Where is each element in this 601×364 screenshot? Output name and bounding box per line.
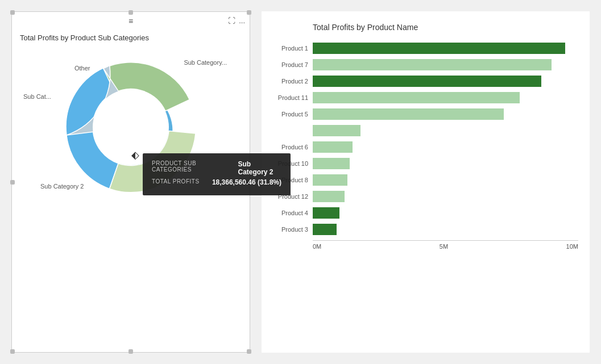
bar-label-product5: Product 5 bbox=[267, 111, 313, 118]
tooltip-label-2: TOTAL PROFITS bbox=[152, 178, 200, 186]
panel-toolbar: ⛶ ... bbox=[228, 16, 245, 25]
resize-handle-t[interactable] bbox=[129, 10, 133, 15]
bar-track-empty bbox=[313, 125, 578, 136]
bar-track-product4 bbox=[313, 207, 578, 219]
bar-label-product3: Product 3 bbox=[267, 226, 313, 233]
resize-handle-tl[interactable] bbox=[10, 10, 15, 15]
bar-label-product4: Product 4 bbox=[267, 210, 313, 216]
table-row: Product 2 bbox=[313, 74, 578, 89]
bar-label-product7: Product 7 bbox=[267, 61, 313, 68]
bar-label-product2: Product 2 bbox=[267, 78, 313, 85]
tooltip: PRODUCT SUB CATEGORIES Sub Category 2 TO… bbox=[143, 153, 291, 195]
bar-track-product3 bbox=[313, 224, 578, 235]
bar-track-product5 bbox=[313, 108, 578, 120]
bar-chart-panel: Total Profits by Product Name Product 1 … bbox=[262, 11, 590, 353]
x-tick-0m: 0M bbox=[313, 243, 321, 250]
table-row bbox=[313, 123, 578, 138]
panel-toolbar-center: ≡ bbox=[129, 16, 133, 26]
table-row: Product 12 bbox=[313, 189, 578, 204]
bar-track-product12 bbox=[313, 191, 578, 202]
bar-label-product11: Product 11 bbox=[267, 94, 313, 101]
expand-icon[interactable]: ⛶ bbox=[228, 16, 235, 25]
table-row: Product 4 bbox=[313, 206, 578, 220]
bar-label-product6: Product 6 bbox=[267, 144, 313, 150]
bar-fill-product12 bbox=[313, 191, 345, 202]
tooltip-row-1: PRODUCT SUB CATEGORIES Sub Category 2 bbox=[152, 160, 281, 176]
bar-track-product8 bbox=[313, 174, 578, 186]
table-row: Product 7 bbox=[313, 57, 578, 72]
bar-track-product10 bbox=[313, 158, 578, 169]
bar-fill-product4 bbox=[313, 207, 339, 219]
label-other: Other bbox=[74, 65, 90, 72]
donut-chart-panel: ≡ ⛶ ... Total Profits by Product Sub Cat… bbox=[11, 11, 250, 353]
tooltip-label-1: PRODUCT SUB CATEGORIES bbox=[152, 160, 226, 176]
bar-fill-product10 bbox=[313, 158, 350, 169]
table-row: Product 8 bbox=[313, 173, 578, 187]
bar-track-product11 bbox=[313, 92, 578, 103]
table-row: Product 10 bbox=[313, 156, 578, 171]
ellipsis-icon[interactable]: ... bbox=[239, 16, 245, 25]
bar-fill-product3 bbox=[313, 224, 337, 235]
bar-fill-product1 bbox=[313, 43, 565, 54]
bar-fill-empty bbox=[313, 125, 360, 136]
donut-chart-title: Total Profits by Product Sub Categories bbox=[20, 34, 244, 42]
table-row: Product 5 bbox=[313, 107, 578, 122]
dashboard: ≡ ⛶ ... Total Profits by Product Sub Cat… bbox=[0, 0, 601, 364]
resize-handle-br[interactable] bbox=[247, 349, 251, 354]
bar-track-product2 bbox=[313, 76, 578, 87]
bar-label-product1: Product 1 bbox=[267, 45, 313, 52]
x-tick-5m: 5M bbox=[440, 243, 448, 250]
resize-handle-l[interactable] bbox=[10, 180, 15, 185]
x-axis-labels: 0M 5M 10M bbox=[313, 243, 578, 250]
bar-track-product7 bbox=[313, 59, 578, 70]
bar-fill-product11 bbox=[313, 92, 520, 103]
resize-handle-tr[interactable] bbox=[247, 10, 251, 15]
bar-fill-product6 bbox=[313, 141, 353, 153]
label-subcat2: Sub Category 2 bbox=[40, 183, 84, 190]
hamburger-icon[interactable]: ≡ bbox=[129, 16, 133, 26]
label-subcat-top: Sub Category... bbox=[184, 59, 227, 66]
x-tick-10m: 10M bbox=[566, 243, 578, 250]
bar-fill-product7 bbox=[313, 59, 552, 70]
bar-chart-container: Product 1 Product 7 Product 2 bbox=[313, 41, 578, 250]
bar-track-product6 bbox=[313, 141, 578, 153]
bar-track-product1 bbox=[313, 43, 578, 54]
donut-chart-area: Other Sub Category... Sub Cat... Sub Cat… bbox=[18, 48, 244, 207]
table-row: Product 11 bbox=[313, 90, 578, 105]
tooltip-row-2: TOTAL PROFITS 18,366,560.46 (31.8%) bbox=[152, 178, 281, 186]
tooltip-value-2: 18,366,560.46 (31.8%) bbox=[212, 178, 281, 186]
table-row: Product 1 bbox=[313, 41, 578, 56]
bar-fill-product2 bbox=[313, 76, 541, 87]
cursor-icon: ⬖ bbox=[131, 149, 139, 161]
x-axis-line bbox=[313, 240, 578, 241]
bar-chart-title: Total Profits by Product Name bbox=[313, 23, 578, 32]
tooltip-value-1: Sub Category 2 bbox=[238, 160, 281, 176]
table-row: Product 3 bbox=[313, 222, 578, 237]
bar-fill-product8 bbox=[313, 174, 347, 186]
label-subcat-left: Sub Cat... bbox=[23, 93, 51, 100]
resize-handle-bl[interactable] bbox=[10, 349, 15, 354]
bar-rows: Product 1 Product 7 Product 2 bbox=[313, 41, 578, 237]
table-row: Product 6 bbox=[313, 140, 578, 154]
resize-handle-b[interactable] bbox=[129, 349, 133, 354]
bar-fill-product5 bbox=[313, 108, 504, 120]
